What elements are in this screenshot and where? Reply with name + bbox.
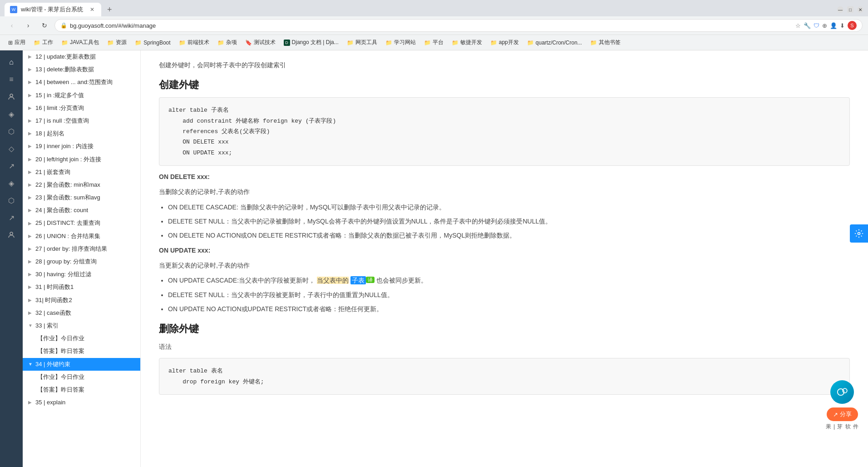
account-icon[interactable]: 👤 [830, 22, 837, 29]
nav-item-31a[interactable]: ▶ 31 | 时间函数1 [23, 281, 140, 293]
bookmark-springboot[interactable]: 📁 SpringBoot [131, 37, 174, 48]
sidebar-icon-user[interactable] [3, 89, 20, 105]
code-line: ON DELETE xxx [168, 137, 840, 147]
nav-item-33-ans[interactable]: 【答案】昨日答案 [34, 345, 140, 358]
close-window-button[interactable]: ✕ [857, 6, 863, 13]
download-icon[interactable]: ⬇ [840, 22, 845, 29]
nav-item-19[interactable]: ▶ 19 | inner join : 内连接 [23, 140, 140, 153]
nav-item-28[interactable]: ▶ 28 | group by: 分组查询 [23, 255, 140, 268]
syntax-label: 语法 [159, 341, 850, 353]
bookmark-testing[interactable]: 🔖 测试技术 [242, 37, 279, 48]
bookmark-resources[interactable]: 📁 资源 [104, 37, 130, 48]
star-icon[interactable]: ☆ [795, 22, 801, 29]
on-update-list: ON UPDATE CASCADE:当父表中的字段被更新时， 当父表中的 子表译… [168, 275, 850, 315]
nav-item-34-ans[interactable]: 【答案】昨日答案 [34, 383, 140, 396]
tab-bar: W wiki管理 - 果芽后台系统 ✕ + — □ ✕ [0, 0, 868, 16]
nav-item-33[interactable]: ▼ 33 | 索引 [23, 319, 140, 332]
bookmark-java[interactable]: 📁 JAVA工具包 [58, 37, 103, 48]
chevron-right-icon: ▶ [28, 284, 34, 290]
profile-avatar[interactable]: S [848, 21, 857, 30]
sidebar-icon-link2[interactable]: ↗ [3, 209, 20, 226]
nav-item-15[interactable]: ▶ 15 | in :规定多个值 [23, 89, 140, 102]
sidebar-icon-grid[interactable]: ◈ [3, 106, 20, 122]
minimize-button[interactable]: — [837, 6, 843, 13]
nav-item-20[interactable]: ▶ 20 | left/right join : 外连接 [23, 153, 140, 166]
sidebar-icon-link[interactable]: ↗ [3, 158, 20, 174]
bookmark-django[interactable]: D Django 文档 | Dja... [280, 37, 342, 48]
bookmark-work[interactable]: 📁 工作 [30, 37, 57, 48]
chevron-right-icon: ▶ [28, 194, 34, 201]
bookmark-learning[interactable]: 📁 学习网站 [382, 37, 419, 48]
nav-item-24[interactable]: ▶ 24 | 聚合函数: count [23, 204, 140, 217]
on-update-desc: 当更新父表的记录时,子表的动作 [159, 260, 850, 271]
extension2-icon[interactable]: ⊕ [822, 22, 827, 29]
folder-icon4: 📁 [135, 40, 142, 46]
bookmark-platform[interactable]: 📁 平台 [420, 37, 447, 48]
settings-gear-button[interactable] [850, 224, 868, 243]
folder-icon8: 📁 [385, 40, 392, 46]
bookmark-quartz[interactable]: 📁 quartz/Cron/Cron... [523, 37, 586, 48]
nav-item-35[interactable]: ▶ 35 | explain [23, 396, 140, 409]
nav-item-12[interactable]: ▶ 12 | update:更新表数据 [23, 50, 140, 63]
new-tab-button[interactable]: + [103, 3, 116, 16]
nav-item-25[interactable]: ▶ 25 | DISTINCT: 去重查询 [23, 217, 140, 229]
bookmark-other[interactable]: 📁 其他书签 [587, 37, 624, 48]
folder-icon11: 📁 [490, 40, 497, 46]
share-button[interactable]: ↗ 分享 [827, 407, 858, 421]
bookmark-apps[interactable]: ⊞ 应用 [5, 37, 29, 48]
translate-badge: 译 [366, 277, 375, 283]
sidebar-icon-hex2[interactable]: ⬡ [3, 192, 20, 209]
brand-logo [830, 380, 854, 404]
list-item: DELETE SET NULL：当父表中的记录被删除时，MySQL会将子表中的外… [168, 216, 850, 227]
bookmark-webtools[interactable]: 📁 网页工具 [343, 37, 381, 48]
tab-close-button[interactable]: ✕ [89, 6, 96, 13]
on-update-title: ON UPDATE xxx: [159, 245, 850, 256]
bookmark-frontend[interactable]: 📁 前端技术 [175, 37, 213, 48]
extension-icon[interactable]: 🔧 [804, 22, 811, 29]
maximize-button[interactable]: □ [847, 6, 853, 13]
shield-icon[interactable]: 🛡 [814, 22, 819, 29]
url-bar[interactable]: 🔒 bg.guoyasoft.com/#/wiki/manage ☆ 🔧 🛡 ⊕… [54, 19, 863, 32]
nav-item-21[interactable]: ▶ 21 | 嵌套查询 [23, 166, 140, 179]
nav-item-31b[interactable]: ▶ 31| 时间函数2 [23, 294, 140, 307]
nav-item-14[interactable]: ▶ 14 | between ... and:范围查询 [23, 76, 140, 89]
chevron-right-icon: ▶ [28, 169, 34, 175]
bookmark-agile[interactable]: 📁 敏捷开发 [448, 37, 486, 48]
nav-item-16[interactable]: ▶ 16 | limit :分页查询 [23, 102, 140, 114]
lock-icon: 🔒 [60, 22, 67, 29]
code-line: ON UPDATE xxx; [168, 148, 840, 158]
active-tab[interactable]: W wiki管理 - 果芽后台系统 ✕ [5, 3, 101, 16]
nav-item-22[interactable]: ▶ 22 | 聚合函数: min和max [23, 179, 140, 191]
sidebar-icon-grid2[interactable]: ◈ [3, 175, 20, 191]
sidebar-icon-hex[interactable]: ⬡ [3, 123, 20, 139]
chevron-right-icon: ▶ [28, 54, 34, 60]
nav-item-32[interactable]: ▶ 32 | case函数 [23, 307, 140, 319]
list-item: ON DELETE CASCADE: 当删除父表中的记录时，MySQL可以删除子… [168, 202, 850, 213]
chevron-right-icon: ▶ [28, 130, 34, 137]
bookmark-misc[interactable]: 📁 杂项 [214, 37, 241, 48]
nav-item-33-hw[interactable]: 【作业】今日作业 [34, 332, 140, 345]
chevron-right-icon: ▶ [28, 297, 34, 303]
sidebar-icon-diamond[interactable]: ◇ [3, 140, 20, 157]
back-button[interactable]: ‹ [5, 19, 18, 32]
nav-item-17[interactable]: ▶ 17 | is null :空值查询 [23, 114, 140, 127]
sidebar-icon-user2[interactable] [3, 227, 20, 243]
section1-title: 创建外键 [159, 78, 850, 92]
nav-item-18[interactable]: ▶ 18 | 起别名 [23, 127, 140, 140]
nav-item-34-hw[interactable]: 【作业】今日作业 [34, 371, 140, 383]
bookmark-appdev[interactable]: 📁 app开发 [487, 37, 523, 48]
nav-item-27[interactable]: ▶ 27 | order by: 排序查询结果 [23, 243, 140, 255]
refresh-button[interactable]: ↻ [38, 19, 51, 32]
url-bar-icons: ☆ 🔧 🛡 ⊕ 👤 ⬇ S [795, 21, 857, 30]
nav-item-23[interactable]: ▶ 23 | 聚合函数: sum和avg [23, 191, 140, 204]
nav-item-26[interactable]: ▶ 26 | UNION : 合并结果集 [23, 230, 140, 243]
share-label: 分享 [840, 410, 852, 418]
forward-button[interactable]: › [22, 19, 35, 32]
nav-item-30[interactable]: ▶ 30 | having: 分组过滤 [23, 268, 140, 281]
sidebar-icon-home[interactable]: ⌂ [3, 54, 20, 70]
chevron-right-icon: ▶ [28, 79, 34, 85]
nav-item-34[interactable]: ▼ 34 | 外键约束 [23, 358, 140, 371]
nav-item-13[interactable]: ▶ 13 | delete:删除表数据 [23, 63, 140, 76]
url-text: bg.guoyasoft.com/#/wiki/manage [70, 22, 156, 29]
sidebar-icon-menu[interactable]: ≡ [3, 71, 20, 88]
